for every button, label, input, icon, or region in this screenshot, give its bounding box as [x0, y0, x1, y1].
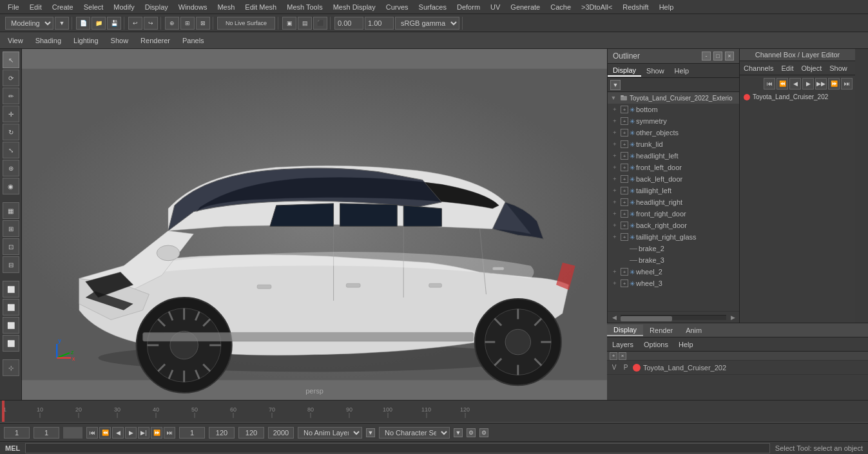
vp-panels[interactable]: Panels [177, 35, 209, 46]
outliner-tree[interactable]: ▼ Toyota_Land_Cruiser_2022_Exterio + + ✳… [608, 92, 739, 311]
ch-prev-prev[interactable]: ⏮ [764, 78, 775, 90]
outliner-tab-display[interactable]: Display [608, 65, 641, 77]
outliner-close[interactable]: × [725, 52, 734, 61]
ch-prev[interactable]: ⏪ [776, 78, 788, 90]
outliner-tab-show[interactable]: Show [641, 66, 670, 76]
new-btn[interactable]: 📄 [76, 17, 90, 30]
ch-prev-frame[interactable]: ◀ [789, 78, 801, 90]
menu-select[interactable]: Select [79, 2, 109, 12]
ch-next-frame[interactable]: ▶▶ [815, 78, 827, 90]
menu-help[interactable]: Help [654, 2, 679, 12]
menu-edit[interactable]: Edit [24, 2, 47, 12]
loh-options[interactable]: Options [639, 339, 673, 350]
menu-deform[interactable]: Deform [452, 2, 485, 12]
disp3-btn[interactable]: ⬛ [313, 17, 327, 30]
next-frame[interactable]: ⏩ [151, 427, 162, 439]
menu-cache[interactable]: Cache [545, 2, 576, 12]
ch-next[interactable]: ⏩ [828, 78, 840, 90]
layer-add-btn[interactable]: + [610, 352, 617, 360]
snap3-btn[interactable]: ⊠ [196, 17, 210, 30]
snap1-btn[interactable]: ⊕ [165, 17, 179, 30]
menu-mesh-tools[interactable]: Mesh Tools [282, 2, 327, 12]
menu-mesh[interactable]: Mesh [212, 2, 240, 12]
nols-btn[interactable]: No Live Surface [217, 17, 275, 30]
range-max[interactable] [268, 427, 294, 439]
snap2-btn[interactable]: ⊞ [180, 17, 195, 30]
layer-v-col[interactable]: V [610, 363, 619, 372]
expand-bottom[interactable]: + [610, 105, 619, 114]
tree-item-bottom[interactable]: + + ✳ bottom [608, 104, 739, 115]
display-toggle[interactable]: ▦ [3, 202, 19, 219]
undo-btn[interactable]: ↩ [128, 17, 142, 30]
current-frame-left[interactable] [4, 427, 30, 439]
tree-item-headlight-right[interactable]: + + ✳ headlight_right [608, 196, 739, 208]
tool-settings-btn[interactable]: ⬜ [3, 317, 19, 334]
dra-display[interactable]: Display [607, 325, 643, 336]
value2-input[interactable] [365, 17, 394, 30]
scale-tool[interactable]: ⤡ [3, 142, 19, 158]
tool4[interactable]: ⊟ [3, 256, 19, 273]
tree-item-symmetry[interactable]: + + ✳ symmetry [608, 115, 739, 127]
outliner-btn[interactable]: ⬜ [3, 281, 19, 298]
ch-channels[interactable]: Channels [740, 63, 777, 73]
tree-item-front-left-door[interactable]: + + ✳ front_left_door [608, 162, 739, 173]
menu-modify[interactable]: Modify [108, 2, 139, 12]
value1-input[interactable] [334, 17, 363, 30]
range-start[interactable] [179, 427, 205, 439]
menu-create[interactable]: Create [47, 2, 79, 12]
vp-show[interactable]: Show [106, 35, 134, 46]
lasso-tool[interactable]: ⟳ [3, 70, 19, 86]
anim-layer-dropdown[interactable]: No Anim Layer [298, 427, 362, 439]
current-frame-right[interactable] [34, 427, 59, 439]
menu-generate[interactable]: Generate [505, 2, 545, 12]
tree-item-wheel-3[interactable]: + + ✳ wheel_3 [608, 278, 739, 289]
rotate-tool[interactable]: ↻ [3, 124, 19, 140]
tree-item-wheel-2[interactable]: + + ✳ wheel_2 [608, 266, 739, 278]
layer-del-btn[interactable]: × [619, 352, 626, 360]
channel-box-btn[interactable]: ⬜ [3, 335, 19, 352]
goto-start[interactable]: ⏮ [86, 427, 98, 439]
ch-object[interactable]: Object [797, 63, 825, 73]
char-set-dropdown[interactable]: No Character Set [379, 427, 450, 439]
nav-right[interactable]: ▶ [728, 312, 738, 323]
outliner-h-scrollbar[interactable] [621, 315, 726, 320]
save-btn[interactable]: 💾 [107, 17, 121, 30]
anim-layer-expand[interactable]: ▼ [366, 428, 375, 437]
ch-play[interactable]: ▶ [802, 78, 814, 90]
soft-select[interactable]: ◉ [3, 178, 19, 194]
range-end[interactable] [238, 427, 264, 439]
step-back[interactable]: ◀ [112, 427, 124, 439]
ch-show[interactable]: Show [825, 63, 851, 73]
menu-display[interactable]: Display [140, 2, 173, 12]
vp-lighting[interactable]: Lighting [68, 35, 104, 46]
menu-windows[interactable]: Windows [173, 2, 213, 12]
grid-options[interactable]: ⊞ [3, 220, 19, 237]
outliner-minimize[interactable]: - [702, 52, 711, 61]
anim-preferences[interactable]: ⚙ [467, 428, 476, 437]
layer-p-col[interactable]: P [621, 363, 630, 372]
frame-indicator[interactable] [63, 427, 82, 439]
menu-file[interactable]: File [3, 2, 24, 12]
menu-3dtoall[interactable]: >3DtoAll< [576, 2, 617, 12]
axis-display[interactable]: ⊹ [3, 359, 19, 376]
dra-render[interactable]: Render [643, 325, 679, 336]
vp-renderer[interactable]: Renderer [135, 35, 175, 46]
menu-curves[interactable]: Curves [381, 2, 414, 12]
vp-shading[interactable]: Shading [30, 35, 66, 46]
disp1-btn[interactable]: ▣ [282, 17, 296, 30]
outliner-filter-icon[interactable]: ▼ [610, 80, 621, 90]
workspace-btn[interactable]: ▼ [55, 17, 69, 30]
universal-tool[interactable]: ⊛ [3, 160, 19, 176]
viewport[interactable]: x y z persp [22, 49, 607, 400]
paint-tool[interactable]: ✏ [3, 88, 19, 104]
tree-item-trunk-lid[interactable]: + + ✳ trunk_lid [608, 138, 739, 150]
tree-item-front-right-door[interactable]: + + ✳ front_right_door [608, 208, 739, 220]
menu-edit-mesh[interactable]: Edit Mesh [240, 2, 282, 12]
nav-left[interactable]: ◀ [609, 312, 619, 323]
tree-item-taillight-left[interactable]: + + ✳ taillight_left [608, 185, 739, 196]
tree-item-taillight-right-glass[interactable]: + + ✳ taillight_right_glass [608, 231, 739, 243]
menu-surfaces[interactable]: Surfaces [414, 2, 452, 12]
menu-mesh-display[interactable]: Mesh Display [328, 2, 381, 12]
outliner-scroll-thumb[interactable] [621, 316, 672, 321]
ch-next-next[interactable]: ⏭ [841, 78, 853, 90]
